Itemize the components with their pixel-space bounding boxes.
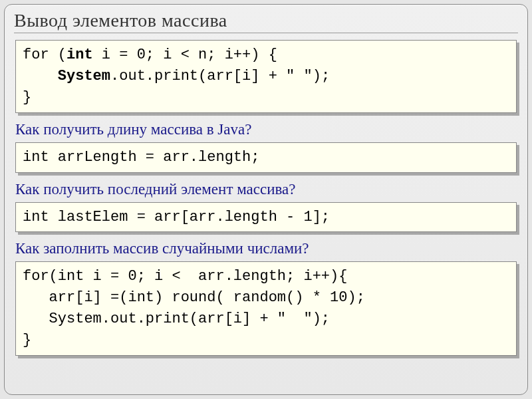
code-block-random-fill: for(int i = 0; i < arr.length; i++){ arr… bbox=[15, 261, 517, 356]
code-text: .out.print(arr[i] + " "); bbox=[110, 68, 330, 84]
question-last-element: Как получить последний элемент массива? bbox=[15, 181, 517, 198]
code-block-array-length: int arrLength = arr.length; bbox=[15, 142, 517, 173]
code-text: int lastElem = arr[arr.length - 1]; bbox=[23, 209, 330, 225]
code-text bbox=[23, 68, 58, 84]
code-text: for ( bbox=[23, 47, 66, 63]
code-text: System.out.print(arr[i] + " "); bbox=[23, 311, 330, 327]
code-text: i = 0; i < n; i++) { bbox=[93, 47, 277, 63]
code-block-print-array: for (int i = 0; i < n; i++) { System.out… bbox=[15, 40, 517, 113]
code-text: } bbox=[23, 89, 31, 106]
slide-title: Вывод элементов массива bbox=[14, 10, 518, 33]
question-array-length: Как получить длину массива в Java? bbox=[15, 121, 517, 138]
keyword-system: System bbox=[58, 68, 110, 84]
code-text: arr[i] =(int) round( random() * 10); bbox=[23, 289, 365, 306]
code-block-last-element: int lastElem = arr[arr.length - 1]; bbox=[15, 202, 517, 233]
code-text: } bbox=[23, 332, 31, 348]
code-text: int arrLength = arr.length; bbox=[23, 149, 259, 166]
code-text: for(int i = 0; i < arr.length; i++){ bbox=[23, 268, 347, 285]
question-random-fill: Как заполнить массив случайными числами? bbox=[15, 240, 517, 257]
keyword-int: int bbox=[66, 47, 93, 63]
slide-panel: Вывод элементов массива for (int i = 0; … bbox=[4, 4, 528, 395]
